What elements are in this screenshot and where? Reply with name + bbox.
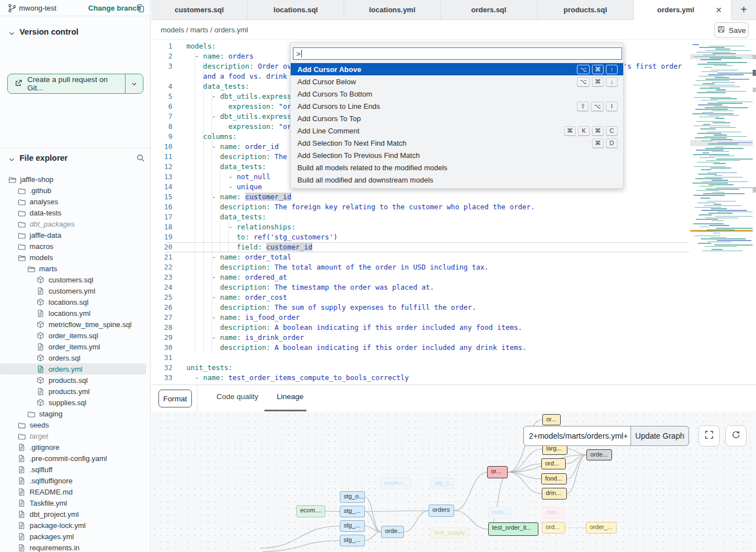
palette-item-Add Cursor Above[interactable]: Add Cursor Above⌥⌘↑ [291, 63, 623, 75]
tab-products.sql[interactable]: products.sql [537, 0, 634, 20]
new-tab-button[interactable]: + [731, 0, 756, 20]
file-tree-item-jaffle-shop[interactable]: jaffle-shop [0, 174, 151, 185]
file-tree-item-products.sql[interactable]: products.sql [0, 375, 151, 386]
code-editor[interactable]: 1models:2 - name: orders3 description: O… [151, 40, 756, 385]
file-tree-item-locations.yml[interactable]: locations.yml [0, 308, 151, 319]
lineage-node-test_order_it...[interactable]: test_order_it... [488, 522, 538, 536]
palette-item-Add Cursors To Bottom[interactable]: Add Cursors To Bottom [291, 88, 623, 100]
palette-item-label: Add Line Comment [297, 127, 359, 135]
lineage-node-or...[interactable]: or... [487, 466, 508, 478]
palette-item-Add Cursors to Line Ends[interactable]: Add Cursors to Line Ends⇧⌥I [291, 100, 623, 112]
file-tree-item-jaffle-data[interactable]: jaffle-data [0, 229, 151, 241]
close-icon[interactable]: ✕ [714, 6, 723, 15]
file-tree-item-packages.yml[interactable]: packages.yml [0, 531, 151, 542]
file-tree-item-locations.sql[interactable]: locations.sql [0, 296, 151, 308]
lineage-node-orde...[interactable]: orde... [381, 526, 404, 538]
file-tree-item-order_items.sql[interactable]: order_items.sql [0, 330, 151, 341]
lineage-canvas[interactable]: 2+models/marts/orders.yml+ Update Graph … [151, 411, 756, 552]
palette-item-Build all models related to the modified models[interactable]: Build all models related to the modified… [291, 161, 623, 174]
file-label: products.yml [49, 387, 90, 396]
update-graph-button[interactable]: Update Graph [631, 426, 689, 446]
file-tree-item-target[interactable]: target [0, 430, 151, 441]
tab-orders.yml[interactable]: orders.yml✕ [634, 0, 731, 20]
file-tree-item-dbt_packages[interactable]: dbt_packages [0, 218, 151, 229]
file-tree-item-Taskfile.yml[interactable]: Taskfile.yml [0, 497, 151, 508]
lineage-node-ord...[interactable]: ord... [541, 458, 566, 469]
lineage-node-food...[interactable]: food... [541, 473, 567, 484]
palette-item-Add Cursors To Top[interactable]: Add Cursors To Top [291, 112, 623, 124]
palette-item-Add Selection To Next Find Match[interactable]: Add Selection To Next Find Match⌘D [291, 137, 623, 149]
lineage-node-stg_...[interactable]: stg_... [340, 520, 365, 532]
chevron-down-icon[interactable] [8, 29, 15, 39]
command-palette-input[interactable]: > [293, 47, 622, 60]
file-tree-item-package-lock.yml[interactable]: package-lock.yml [0, 520, 151, 531]
file-tree-item-dbt_project.yml[interactable]: dbt_project.yml [0, 508, 151, 520]
file-tree-item-staging[interactable]: staging [0, 408, 151, 419]
lineage-node-drin...[interactable]: drin... [542, 488, 567, 500]
file-tree-item-metricflow_time_spine.sql[interactable]: metricflow_time_spine.sql [0, 319, 151, 330]
line-number: 21 [151, 252, 172, 262]
file-tree-item-macros[interactable]: macros [0, 241, 151, 252]
tab-locations.sql[interactable]: locations.sql [248, 0, 344, 20]
format-button[interactable]: Format [158, 390, 192, 407]
copy-icon[interactable] [136, 3, 145, 15]
lineage-node-ord...[interactable]: ord... [542, 522, 565, 534]
lineage-node-stg_o...[interactable]: stg_o... [340, 491, 365, 503]
line-number: 31 [151, 353, 172, 363]
palette-item-Build all modified and downstream models[interactable]: Build all modified and downstream models [291, 174, 623, 186]
file-label: models [30, 253, 53, 262]
palette-item-Add Line Comment[interactable]: Add Line Comment⌘K⌘C [291, 124, 623, 137]
lineage-search-input[interactable]: 2+models/marts/orders.yml+ [523, 426, 631, 446]
lineage-node-ecom....[interactable]: ecom.... [296, 505, 325, 517]
file-tree-item-.github[interactable]: .github [0, 185, 151, 196]
fullscreen-button[interactable] [699, 425, 720, 447]
file-tree-item-customers.sql[interactable]: customers.sql [0, 274, 151, 285]
file-tree-item-supplies.sql[interactable]: supplies.sql [0, 397, 151, 408]
palette-item-Add Cursor Below[interactable]: Add Cursor Below⌥⌘↓ [291, 75, 623, 88]
tab-orders.sql[interactable]: orders.sql [441, 0, 537, 20]
lineage-node-orders[interactable]: orders [428, 505, 454, 517]
create-pull-request-button[interactable]: Create a pull request on Git... [7, 74, 143, 94]
key-badge: ⌘ [564, 126, 576, 136]
tab-lineage[interactable]: Lineage [277, 392, 304, 401]
lineage-node-stg_...[interactable]: stg_... [340, 535, 365, 546]
file-tree-item-models[interactable]: models [0, 252, 151, 263]
tab-customers.sql[interactable]: customers.sql [151, 0, 248, 20]
palette-item-Add Selection To Previous Find Match[interactable]: Add Selection To Previous Find Match [291, 149, 623, 161]
lineage-node-stg_...[interactable]: stg_... [340, 506, 365, 517]
file-tree-item-orders.yml[interactable]: orders.yml [0, 363, 146, 375]
palette-item-label: Add Cursor Below [297, 78, 356, 86]
chevron-down-icon[interactable] [8, 155, 15, 165]
line-number: 11 [151, 152, 172, 162]
refresh-button[interactable] [725, 425, 747, 447]
file-icon [17, 488, 26, 496]
file-icon [17, 443, 26, 452]
tab-code-quality[interactable]: Code quality [216, 392, 258, 401]
file-tree-item-.pre-commit-config.yaml[interactable]: .pre-commit-config.yaml [0, 453, 151, 464]
file-tree-item-data-tests[interactable]: data-tests [0, 207, 151, 218]
minimap[interactable] [690, 44, 753, 255]
file-tree-item-seeds[interactable]: seeds [0, 419, 151, 430]
lineage-node-order_...[interactable]: order_... [586, 522, 617, 534]
file-tree-item-.sqlfluff[interactable]: .sqlfluff [0, 464, 151, 475]
tab-label: locations.sql [273, 6, 317, 14]
file-tree-item-README.md[interactable]: README.md [0, 486, 151, 497]
lineage-node-or...[interactable]: or... [542, 414, 561, 425]
file-tree-item-marts[interactable]: marts [0, 263, 151, 274]
file-tree-item-customers.yml[interactable]: customers.yml [0, 285, 151, 296]
search-icon[interactable] [136, 153, 145, 165]
lineage-node-orde...[interactable]: orde... [586, 449, 612, 460]
editor-scrollbar[interactable] [753, 40, 756, 385]
change-branch-link[interactable]: Change branch [88, 4, 141, 12]
save-button[interactable]: Save [714, 22, 749, 38]
file-tree-item-order_items.yml[interactable]: order_items.yml [0, 341, 151, 352]
tab-locations.yml[interactable]: locations.yml [344, 0, 441, 20]
file-tree-item-orders.sql[interactable]: orders.sql [0, 352, 151, 363]
file-tree-item-products.yml[interactable]: products.yml [0, 386, 151, 397]
file-tree-item-.sqlfluffignore[interactable]: .sqlfluffignore [0, 475, 151, 486]
file-tree-item-analyses[interactable]: analyses [0, 196, 151, 207]
pr-button-dropdown[interactable] [125, 74, 143, 93]
file-tree-item-.gitignore[interactable]: .gitignore [0, 441, 151, 453]
line-number: 8 [151, 122, 172, 132]
file-tree-item-requirements.in[interactable]: requirements.in [0, 542, 151, 552]
